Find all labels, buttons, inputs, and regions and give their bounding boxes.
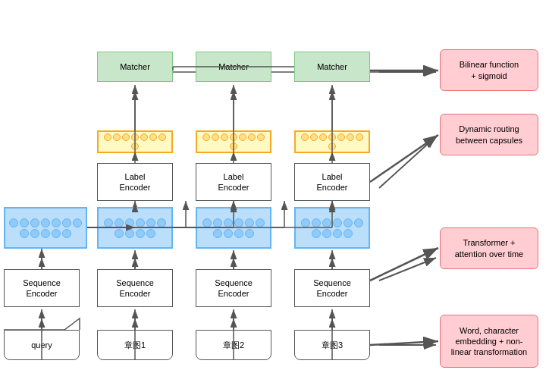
transformer-label: Transformer + attention over time [440,227,538,269]
svg-line-44 [370,341,438,345]
svg-line-43 [370,248,438,281]
matcher-1: Matcher [97,52,173,82]
label-encoder-2: Label Encoder [196,163,271,201]
svg-line-29 [379,136,436,188]
label-encoder-1: Label Encoder [97,163,173,201]
blue-capsule-left [4,207,87,249]
diagram: Matcher Matcher Matcher [0,0,549,392]
yellow-capsule-2 [196,130,271,153]
passage2-box: 章图2 [196,330,271,360]
seq-encoder-2: Sequence Encoder [196,269,271,307]
blue-capsule-2 [196,207,271,249]
svg-line-30 [379,258,436,281]
seq-encoder-3: Sequence Encoder [294,269,370,307]
dynamic-routing-label: Dynamic routing between capsules [440,114,538,155]
seq-encoder-0: Sequence Encoder [4,269,80,307]
label-encoder-3: Label Encoder [294,163,370,201]
svg-line-42 [370,135,438,182]
matcher-3: Matcher [294,52,370,82]
bilinear-label: Bilinear function + sigmoid [440,49,538,91]
blue-capsule-3 [294,207,370,249]
passage1-box: 章图1 [97,330,173,360]
seq-encoder-1: Sequence Encoder [97,269,173,307]
yellow-capsule-1 [97,130,173,153]
query-box: query [4,330,80,360]
word-char-label: Word, character embedding + non- linear … [440,315,538,368]
passage3-box: 章图3 [294,330,370,360]
matcher-2: Matcher [196,52,271,82]
blue-capsule-1 [97,207,173,249]
yellow-capsule-3 [294,130,370,153]
